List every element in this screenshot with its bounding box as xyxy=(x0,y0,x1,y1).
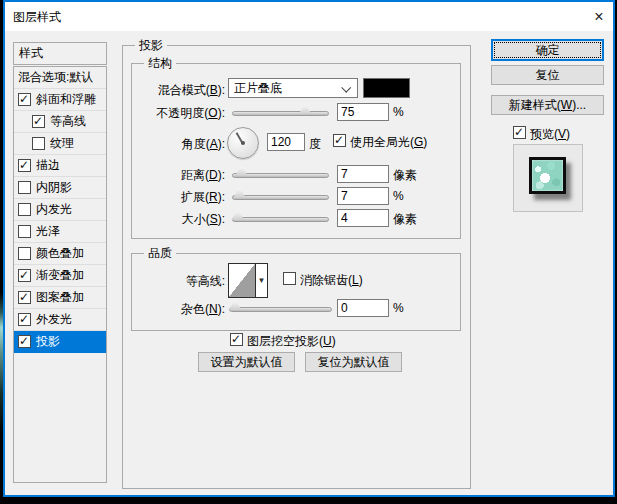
style-label: 外发光 xyxy=(36,311,72,328)
anti-alias-checkbox[interactable] xyxy=(283,272,296,285)
style-list-item[interactable]: 混合选项:默认 xyxy=(14,67,106,89)
global-light-checkbox[interactable] xyxy=(333,134,346,147)
style-label: 内阴影 xyxy=(36,179,72,196)
style-checkbox[interactable] xyxy=(18,335,31,348)
structure-title: 结构 xyxy=(144,55,176,72)
contour-picker[interactable]: ▼ xyxy=(228,263,268,298)
style-checkbox[interactable] xyxy=(18,159,31,172)
style-list-item[interactable]: 斜面和浮雕 xyxy=(14,89,106,111)
opacity-label: 不透明度(O): xyxy=(131,105,225,122)
contour-dropdown-icon[interactable]: ▼ xyxy=(256,264,267,297)
spread-slider[interactable] xyxy=(232,195,329,200)
styles-list: 混合选项:默认 斜面和浮雕 等高线 纹理 描边 内阴影 内发光 xyxy=(13,66,107,483)
contour-label: 等高线: xyxy=(131,273,225,290)
noise-slider[interactable] xyxy=(229,307,332,312)
quality-groupbox: 品质 xyxy=(131,253,461,331)
quality-title: 品质 xyxy=(144,245,176,262)
style-label: 等高线 xyxy=(50,113,86,130)
blend-mode-value: 正片叠底 xyxy=(234,80,282,97)
size-unit: 像素 xyxy=(393,211,417,228)
size-input[interactable] xyxy=(337,209,389,227)
style-checkbox[interactable] xyxy=(18,181,31,194)
spread-unit: % xyxy=(393,189,404,203)
style-label: 混合选项:默认 xyxy=(18,69,93,86)
style-list-item[interactable]: 光泽 xyxy=(14,221,106,243)
style-checkbox[interactable] xyxy=(18,93,31,106)
size-slider[interactable] xyxy=(232,217,329,222)
style-checkbox[interactable] xyxy=(18,313,31,326)
spread-input[interactable] xyxy=(337,187,389,205)
style-checkbox[interactable] xyxy=(18,203,31,216)
knockout-checkbox[interactable] xyxy=(230,333,243,346)
style-label: 渐变叠加 xyxy=(36,267,84,284)
preview-checkbox[interactable] xyxy=(513,126,526,139)
preview-label: 预览(V) xyxy=(530,126,570,143)
style-list-item[interactable]: 渐变叠加 xyxy=(14,265,106,287)
style-label: 斜面和浮雕 xyxy=(36,91,96,108)
style-list-item[interactable]: 颜色叠加 xyxy=(14,243,106,265)
spread-label: 扩展(R): xyxy=(131,189,225,206)
noise-label: 杂色(N): xyxy=(131,301,225,318)
noise-unit: % xyxy=(393,301,404,315)
drop-shadow-title: 投影 xyxy=(135,37,167,54)
distance-unit: 像素 xyxy=(393,167,417,184)
styles-header-label: 样式 xyxy=(19,45,43,62)
style-checkbox[interactable] xyxy=(18,291,31,304)
style-checkbox[interactable] xyxy=(32,115,45,128)
set-default-button[interactable]: 设置为默认值 xyxy=(198,352,295,372)
angle-unit: 度 xyxy=(309,136,321,153)
contour-thumbnail xyxy=(229,264,256,297)
blend-mode-label: 混合模式(B): xyxy=(131,82,225,99)
global-light-label: 使用全局光(G) xyxy=(350,134,427,151)
angle-hub xyxy=(241,141,245,145)
style-label: 纹理 xyxy=(50,135,74,152)
angle-label: 角度(A): xyxy=(131,136,225,153)
style-list-item[interactable]: 图案叠加 xyxy=(14,287,106,309)
new-style-button[interactable]: 新建样式(W)... xyxy=(491,95,604,115)
style-list-item[interactable]: 等高线 xyxy=(14,111,106,133)
knockout-label: 图层挖空投影(U) xyxy=(247,333,336,350)
styles-panel-header: 样式 xyxy=(13,42,107,65)
distance-slider[interactable] xyxy=(232,173,329,178)
reset-button[interactable]: 复位 xyxy=(491,65,604,85)
preview-panel xyxy=(513,144,583,212)
style-checkbox[interactable] xyxy=(18,247,31,260)
opacity-input[interactable] xyxy=(337,103,389,121)
layer-style-dialog: 图层样式 × 样式 混合选项:默认 斜面和浮雕 等高线 纹理 描边 xyxy=(3,0,615,497)
style-list-item[interactable]: 内发光 xyxy=(14,199,106,221)
close-icon[interactable]: × xyxy=(589,7,609,26)
style-label: 描边 xyxy=(36,157,60,174)
distance-label: 距离(D): xyxy=(131,167,225,184)
chevron-down-icon xyxy=(341,83,351,93)
dialog-title: 图层样式 xyxy=(13,9,61,26)
style-preview-thumbnail xyxy=(529,157,566,194)
noise-input[interactable] xyxy=(337,299,389,317)
style-checkbox[interactable] xyxy=(18,269,31,282)
style-list-item[interactable]: 投影 xyxy=(14,331,106,353)
style-label: 图案叠加 xyxy=(36,289,84,306)
style-label: 颜色叠加 xyxy=(36,245,84,262)
angle-input[interactable] xyxy=(267,133,305,151)
anti-alias-label: 消除锯齿(L) xyxy=(300,272,363,289)
reset-default-button[interactable]: 复位为默认值 xyxy=(305,352,402,372)
opacity-unit: % xyxy=(393,105,404,119)
style-label: 光泽 xyxy=(36,223,60,240)
style-list-item[interactable]: 纹理 xyxy=(14,133,106,155)
style-list-item[interactable]: 内阴影 xyxy=(14,177,106,199)
style-checkbox[interactable] xyxy=(32,137,45,150)
titlebar: 图层样式 × xyxy=(5,2,613,31)
ok-button[interactable]: 确定 xyxy=(491,39,604,61)
distance-input[interactable] xyxy=(337,165,389,183)
style-list-item[interactable]: 描边 xyxy=(14,155,106,177)
style-list-item[interactable]: 外发光 xyxy=(14,309,106,331)
opacity-slider[interactable] xyxy=(232,111,329,116)
style-label: 内发光 xyxy=(36,201,72,218)
style-label: 投影 xyxy=(36,333,60,350)
angle-dial[interactable] xyxy=(227,127,259,159)
shadow-color-swatch[interactable] xyxy=(363,78,410,98)
size-label: 大小(S): xyxy=(131,211,225,228)
blend-mode-select[interactable]: 正片叠底 xyxy=(228,78,358,98)
style-checkbox[interactable] xyxy=(18,225,31,238)
